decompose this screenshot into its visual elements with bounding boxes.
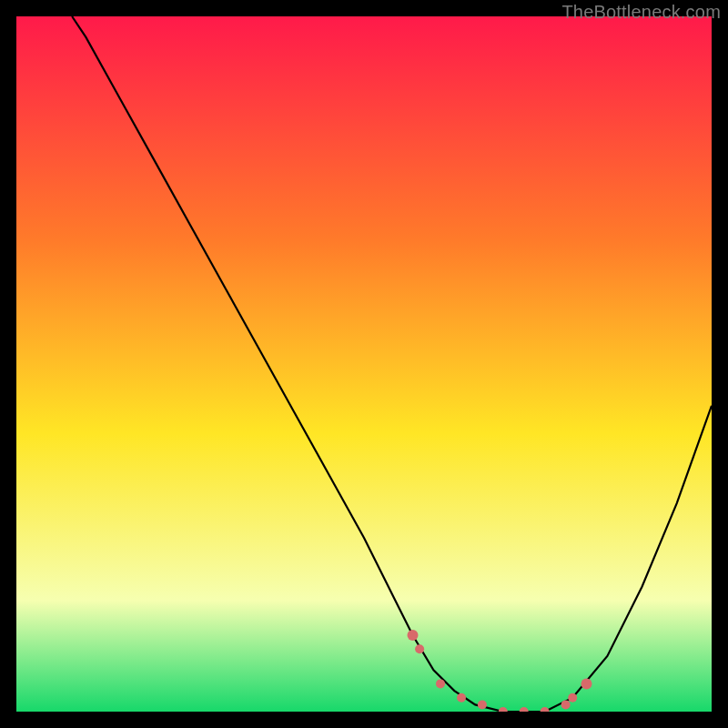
highlight-dot (581, 678, 592, 689)
watermark-text: TheBottleneck.com (561, 2, 721, 23)
highlight-dot (415, 644, 424, 653)
highlight-dot (478, 700, 487, 709)
chart-frame (16, 16, 712, 712)
gradient-background (16, 16, 712, 712)
highlight-dot (561, 700, 571, 709)
highlight-dot (436, 679, 445, 688)
highlight-dot (568, 693, 577, 703)
bottleneck-chart (16, 16, 712, 712)
highlight-dot (408, 630, 419, 641)
highlight-dot (457, 693, 466, 703)
